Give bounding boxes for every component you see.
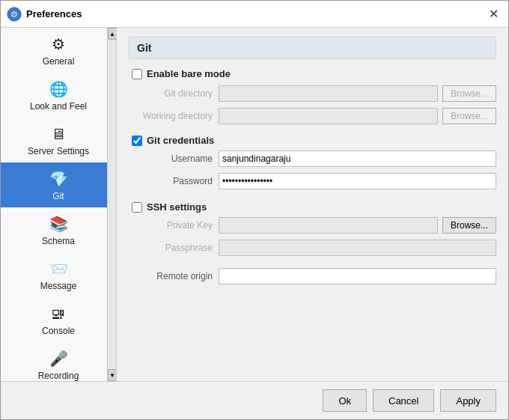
username-input[interactable] <box>219 150 496 167</box>
sidebar-item-git[interactable]: 💎 Git <box>1 162 116 207</box>
password-label: Password <box>129 176 219 186</box>
git-directory-row: Git directory Browse... <box>129 85 496 102</box>
app-icon: ⚙ <box>7 7 22 22</box>
working-directory-browse-button[interactable]: Browse... <box>442 108 496 124</box>
private-key-input[interactable] <box>219 217 438 234</box>
console-icon: 🖳 <box>48 303 69 324</box>
sidebar-item-console[interactable]: 🖳 Console <box>1 297 116 342</box>
git-directory-input[interactable] <box>219 85 438 102</box>
content-area: ⚙ General 🌐 Look and Feel 🖥 Server Setti… <box>1 28 508 381</box>
passphrase-input[interactable] <box>219 240 496 256</box>
passphrase-row: Passphrase <box>129 240 496 256</box>
sidebar-item-label-server-settings: Server Settings <box>28 146 89 156</box>
sidebar-item-label-console: Console <box>42 326 75 336</box>
look-and-feel-icon: 🌐 <box>48 79 69 100</box>
git-credentials-row: Git credentials <box>129 135 496 146</box>
general-icon: ⚙ <box>48 34 69 55</box>
username-row: Username <box>129 150 496 167</box>
scroll-track <box>108 40 116 369</box>
recording-icon: 🎤 <box>48 348 69 369</box>
working-directory-input[interactable] <box>219 108 438 124</box>
git-icon: 💎 <box>48 168 69 189</box>
enable-bare-mode-row: Enable bare mode <box>129 68 496 79</box>
enable-bare-mode-checkbox[interactable] <box>132 69 142 79</box>
window-title: Preferences <box>26 8 484 19</box>
sidebar-item-label-general: General <box>43 56 75 67</box>
close-button[interactable]: ✕ <box>484 5 502 23</box>
sidebar-item-server-settings[interactable]: 🖥 Server Settings <box>1 118 116 162</box>
password-row: Password <box>129 173 496 189</box>
cancel-button[interactable]: Cancel <box>373 389 434 412</box>
passphrase-label: Passphrase <box>129 243 219 253</box>
git-credentials-checkbox[interactable] <box>132 136 142 146</box>
schema-icon: 📚 <box>48 213 69 234</box>
working-directory-label: Working directory <box>129 111 219 121</box>
sidebar-item-label-look-and-feel: Look and Feel <box>30 101 87 112</box>
footer: Ok Cancel Apply <box>1 381 508 419</box>
sidebar-item-label-message: Message <box>40 281 77 291</box>
section-title: Git <box>129 37 496 59</box>
sidebar-item-recording[interactable]: 🎤 Recording <box>1 342 116 381</box>
server-settings-icon: 🖥 <box>48 124 69 144</box>
ssh-settings-row: SSH settings <box>129 201 496 213</box>
remote-origin-row: Remote origin <box>129 268 496 284</box>
username-label: Username <box>129 153 219 164</box>
svg-text:⚙: ⚙ <box>10 10 18 19</box>
ssh-settings-label: SSH settings <box>147 201 207 213</box>
remote-origin-input[interactable] <box>219 268 496 284</box>
git-credentials-label: Git credentials <box>147 135 214 146</box>
main-panel: Git Enable bare mode Git directory Brows… <box>117 28 508 381</box>
sidebar-item-label-git: Git <box>52 191 64 201</box>
sidebar-item-label-recording: Recording <box>38 371 79 381</box>
ssh-settings-checkbox[interactable] <box>132 202 142 213</box>
sidebar-item-general[interactable]: ⚙ General <box>1 28 116 73</box>
sidebar-item-look-and-feel[interactable]: 🌐 Look and Feel <box>1 73 116 118</box>
scroll-down-arrow[interactable]: ▼ <box>108 369 117 381</box>
sidebar-list: ⚙ General 🌐 Look and Feel 🖥 Server Setti… <box>1 28 116 381</box>
title-bar: ⚙ Preferences ✕ <box>1 1 508 28</box>
sidebar: ⚙ General 🌐 Look and Feel 🖥 Server Setti… <box>1 28 117 381</box>
sidebar-scrollbar: ▲ ▼ <box>107 28 116 381</box>
apply-button[interactable]: Apply <box>440 389 496 412</box>
enable-bare-mode-label: Enable bare mode <box>147 68 231 79</box>
remote-origin-label: Remote origin <box>129 271 219 281</box>
password-input[interactable] <box>219 173 496 189</box>
preferences-window: ⚙ Preferences ✕ ⚙ General 🌐 Look and Fee… <box>0 0 509 420</box>
sidebar-item-label-schema: Schema <box>42 236 75 246</box>
working-directory-row: Working directory Browse... <box>129 108 496 124</box>
git-directory-browse-button[interactable]: Browse... <box>442 85 496 102</box>
message-icon: 📨 <box>48 258 69 279</box>
ok-button[interactable]: Ok <box>323 389 367 412</box>
scroll-up-arrow[interactable]: ▲ <box>108 28 117 40</box>
private-key-browse-button[interactable]: Browse... <box>442 217 496 234</box>
private-key-label: Private Key <box>129 220 219 231</box>
sidebar-item-schema[interactable]: 📚 Schema <box>1 207 116 252</box>
private-key-row: Private Key Browse... <box>129 217 496 234</box>
sidebar-item-message[interactable]: 📨 Message <box>1 252 116 297</box>
git-directory-label: Git directory <box>129 88 219 99</box>
